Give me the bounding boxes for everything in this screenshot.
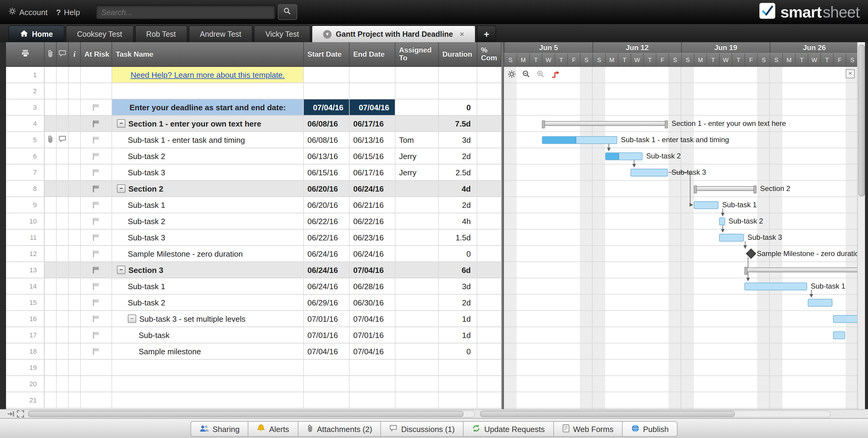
comment-cell[interactable]: [57, 83, 69, 99]
assigned-to-cell[interactable]: [396, 311, 439, 327]
start-date-cell[interactable]: 06/15/16: [304, 165, 350, 180]
assigned-to-cell[interactable]: [396, 181, 439, 196]
duration-cell[interactable]: 0: [439, 343, 477, 359]
at-risk-cell[interactable]: [81, 327, 112, 343]
end-date-cell[interactable]: 06/17/16: [350, 116, 396, 131]
duration-cell[interactable]: 3d: [439, 278, 477, 294]
attachment-cell[interactable]: [44, 83, 57, 99]
attachment-cell[interactable]: [44, 230, 57, 245]
info-cell[interactable]: [69, 116, 81, 131]
row-number[interactable]: 20: [6, 376, 44, 392]
percent-complete-cell[interactable]: [477, 132, 501, 147]
task-name-cell[interactable]: [112, 360, 304, 375]
at-risk-cell[interactable]: [81, 392, 112, 408]
info-cell[interactable]: [69, 99, 81, 115]
percent-complete-cell[interactable]: [477, 311, 501, 327]
duration-cell[interactable]: 1d: [439, 327, 477, 343]
attachment-cell[interactable]: [44, 392, 57, 408]
assigned-to-cell[interactable]: [396, 343, 439, 359]
account-menu[interactable]: Account: [8, 7, 48, 17]
expand-panel-icon[interactable]: [16, 410, 25, 417]
task-name-cell[interactable]: −Section 1 - enter your own text here: [112, 116, 304, 131]
comment-cell[interactable]: [57, 148, 69, 164]
comment-bubble-icon[interactable]: [59, 135, 66, 144]
flag-icon[interactable]: [93, 185, 100, 192]
search-input[interactable]: [96, 5, 275, 19]
row-number[interactable]: 19: [6, 360, 44, 375]
paperclip-icon[interactable]: [47, 135, 54, 145]
end-date-cell[interactable]: 06/28/16: [350, 278, 396, 294]
flag-icon[interactable]: [93, 299, 100, 306]
attachment-cell[interactable]: [44, 246, 57, 262]
info-cell[interactable]: [69, 181, 81, 196]
gantt-task-bar[interactable]: [833, 331, 845, 339]
comment-cell[interactable]: [57, 213, 69, 229]
vertical-scrollbar[interactable]: [857, 42, 865, 409]
duration-cell[interactable]: [439, 360, 477, 375]
end-date-cell[interactable]: 07/01/16: [350, 327, 396, 343]
tab-andrew-test[interactable]: Andrew Test: [188, 25, 253, 42]
task-name-cell[interactable]: Sub-task 2: [112, 295, 304, 310]
at-risk-cell[interactable]: [81, 165, 112, 180]
comment-cell[interactable]: [57, 278, 69, 294]
percent-complete-cell[interactable]: [477, 197, 501, 213]
row-number[interactable]: 1: [6, 67, 44, 82]
percent-complete-cell[interactable]: [477, 99, 501, 115]
end-date-cell[interactable]: [350, 392, 396, 408]
start-date-cell[interactable]: [304, 392, 350, 408]
comment-cell[interactable]: [57, 197, 69, 213]
at-risk-cell[interactable]: [81, 116, 112, 131]
info-cell[interactable]: [69, 213, 81, 229]
template-help-link[interactable]: Need Help? Learn more about this templat…: [130, 70, 285, 79]
gantt-task-bar[interactable]: [694, 201, 718, 209]
flag-icon[interactable]: [93, 315, 100, 322]
assigned-to-cell[interactable]: Jerry: [396, 165, 439, 180]
percent-complete-cell[interactable]: [477, 262, 501, 278]
comment-cell[interactable]: [57, 376, 69, 392]
flag-icon[interactable]: [93, 250, 100, 257]
percent-complete-cell[interactable]: [477, 116, 501, 131]
flag-icon[interactable]: [93, 283, 100, 290]
row-number[interactable]: 10: [6, 213, 44, 229]
info-cell[interactable]: [69, 230, 81, 245]
column-header-attachments[interactable]: [44, 42, 57, 66]
percent-complete-cell[interactable]: [477, 343, 501, 359]
assigned-to-cell[interactable]: [396, 376, 439, 392]
assigned-to-cell[interactable]: [396, 278, 439, 294]
end-date-cell[interactable]: [350, 67, 396, 82]
column-header-info[interactable]: i: [69, 42, 81, 66]
gantt-milestone[interactable]: [746, 248, 756, 259]
tab-rob-test[interactable]: Rob Test: [135, 25, 187, 42]
start-date-cell[interactable]: 06/08/16: [304, 132, 350, 147]
duration-cell[interactable]: 6d: [439, 262, 477, 278]
info-cell[interactable]: [69, 148, 81, 164]
at-risk-cell[interactable]: [81, 343, 112, 359]
row-number[interactable]: 12: [6, 246, 44, 262]
attachment-cell[interactable]: [44, 213, 57, 229]
flag-icon[interactable]: [93, 104, 100, 110]
row-number[interactable]: 8: [6, 181, 44, 196]
row-number[interactable]: 21: [6, 392, 44, 408]
start-date-cell[interactable]: 07/04/16: [304, 343, 350, 359]
comment-cell[interactable]: [57, 295, 69, 310]
flag-icon[interactable]: [93, 332, 100, 338]
task-name-cell[interactable]: Sub-task 1: [112, 278, 304, 294]
row-number[interactable]: 5: [6, 132, 44, 147]
at-risk-cell[interactable]: [81, 262, 112, 278]
column-header-assigned-to[interactable]: Assigned To: [396, 42, 439, 66]
attachment-cell[interactable]: [44, 376, 57, 392]
attachment-cell[interactable]: [44, 99, 57, 115]
tab-dropdown-icon[interactable]: ▾: [323, 30, 332, 38]
flag-icon[interactable]: [93, 153, 100, 159]
start-date-cell[interactable]: 06/08/16: [304, 116, 350, 131]
at-risk-cell[interactable]: [81, 230, 112, 245]
attachment-cell[interactable]: [44, 278, 57, 294]
at-risk-cell[interactable]: [81, 132, 112, 147]
start-date-cell[interactable]: [304, 83, 350, 99]
help-menu[interactable]: ? Help: [56, 7, 80, 16]
duration-cell[interactable]: 1d: [439, 311, 477, 327]
start-date-cell[interactable]: 06/20/16: [304, 197, 350, 213]
duration-cell[interactable]: 3d: [439, 132, 477, 147]
duration-cell[interactable]: [439, 376, 477, 392]
gantt-task-bar[interactable]: [719, 217, 725, 225]
